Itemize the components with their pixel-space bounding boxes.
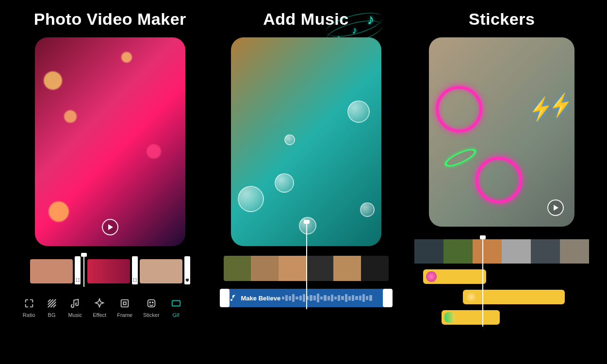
expand-icon <box>75 278 80 282</box>
sticker-track[interactable] <box>423 269 486 284</box>
play-button[interactable] <box>547 199 564 216</box>
music-note-icon <box>230 294 237 302</box>
clip-thumb[interactable] <box>251 256 279 281</box>
playhead[interactable] <box>83 256 84 287</box>
clip-thumb[interactable] <box>531 239 560 264</box>
music-icon <box>69 298 81 309</box>
svg-rect-0 <box>121 300 129 307</box>
frame-icon <box>119 298 131 309</box>
tool-label: BG <box>48 312 56 318</box>
play-button[interactable] <box>102 219 118 235</box>
sticker-track[interactable] <box>442 310 500 325</box>
tool-music[interactable]: Music <box>68 298 82 318</box>
tool-effect[interactable]: Effect <box>93 298 106 318</box>
tool-sticker[interactable]: Sticker <box>143 298 160 318</box>
sticker-icon <box>146 298 157 309</box>
playhead[interactable] <box>306 223 307 309</box>
preview-image[interactable] <box>35 37 185 246</box>
sticker-thumb <box>466 292 476 302</box>
svg-rect-1 <box>123 302 126 305</box>
panel-photo-video-maker: Photo Video Maker Ratio <box>19 10 201 359</box>
waveform <box>282 294 372 302</box>
clip-thumb[interactable] <box>502 239 531 264</box>
effect-icon <box>94 298 105 309</box>
bg-icon <box>46 298 58 309</box>
play-icon <box>108 224 114 231</box>
timeline-clips[interactable] <box>414 239 589 264</box>
svg-rect-5 <box>172 301 180 306</box>
ratio-icon <box>23 298 35 309</box>
preview-image[interactable]: ⚡⚡ <box>429 37 574 227</box>
clip-thumb[interactable] <box>279 256 306 281</box>
clip-handle[interactable] <box>75 256 81 284</box>
lightning-sticker: ⚡⚡ <box>526 92 571 123</box>
expand-icon <box>132 278 137 282</box>
tool-frame[interactable]: Frame <box>117 298 132 318</box>
clip-thumb[interactable] <box>414 239 443 264</box>
sticker-track[interactable] <box>463 290 565 304</box>
editor-toolbar: Ratio BG Music Effect Frame Sticker <box>23 298 197 318</box>
panel-title: Stickers <box>469 10 535 29</box>
clip-handle[interactable] <box>184 256 190 284</box>
playhead[interactable] <box>482 239 483 327</box>
preview-image[interactable] <box>231 37 381 246</box>
clip-thumb[interactable] <box>140 259 182 283</box>
scribble-sticker <box>443 146 478 169</box>
sticker-thumb <box>444 312 455 323</box>
clip-thumb[interactable] <box>333 256 361 281</box>
panel-add-music: Add Music ♪ ♪ ♪ <box>215 10 397 359</box>
heart-icon <box>185 278 190 282</box>
timeline-clips[interactable] <box>30 256 190 287</box>
tool-label: Music <box>68 312 82 318</box>
tool-bg[interactable]: BG <box>46 298 58 318</box>
panel-stickers: Stickers ⚡⚡ <box>411 10 592 359</box>
music-track-name: Make Believe <box>241 295 281 302</box>
clip-thumb[interactable] <box>361 256 389 281</box>
panel-title: Add Music <box>263 10 348 29</box>
panel-title: Photo Video Maker <box>34 10 186 29</box>
tool-label: Effect <box>93 312 106 318</box>
play-icon <box>553 204 559 211</box>
tool-label: Frame <box>117 312 132 318</box>
tool-label: Ratio <box>23 312 35 318</box>
clip-thumb[interactable] <box>87 259 130 283</box>
gif-icon <box>170 298 182 309</box>
tool-label: Gif <box>173 312 180 318</box>
svg-point-4 <box>152 302 153 303</box>
clip-thumb[interactable] <box>443 239 473 264</box>
sticker-thumb <box>426 271 437 282</box>
clip-thumb[interactable] <box>30 259 73 283</box>
clip-thumb[interactable] <box>473 239 502 264</box>
tool-ratio[interactable]: Ratio <box>23 298 35 318</box>
svg-point-3 <box>149 302 150 303</box>
clip-thumb[interactable] <box>224 256 251 281</box>
tool-gif[interactable]: Gif <box>170 298 182 318</box>
clip-thumb[interactable] <box>560 239 589 264</box>
clip-thumb[interactable] <box>306 256 334 281</box>
tool-label: Sticker <box>143 312 160 318</box>
clip-handle[interactable] <box>132 256 138 284</box>
